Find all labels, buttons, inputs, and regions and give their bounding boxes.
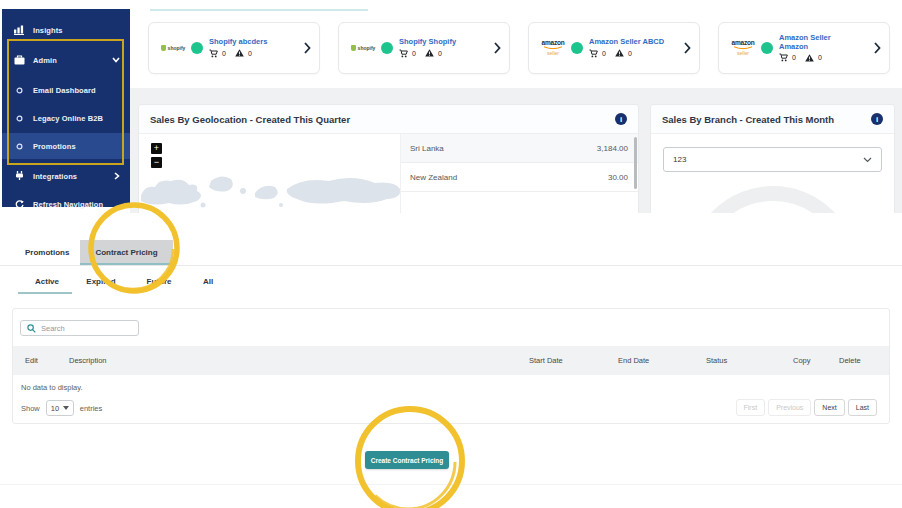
caret-down-icon xyxy=(63,406,69,410)
map-zoom-in-button[interactable]: + xyxy=(151,143,162,154)
column-delete: Delete xyxy=(839,346,861,375)
column-description: Description xyxy=(69,346,107,375)
top-accent-line xyxy=(150,9,368,11)
connector-card-amazon-amazon[interactable]: amazon seller Amazon Seller Amazon 0 0 xyxy=(718,22,890,74)
status-online-dot xyxy=(571,42,583,54)
subtab-active-underline xyxy=(18,292,72,294)
search-field[interactable] xyxy=(20,320,139,336)
amazon-seller-logo-icon: amazon seller xyxy=(727,40,759,57)
bullet-circle-icon xyxy=(13,143,25,150)
column-end-date: End Date xyxy=(618,346,649,375)
world-map xyxy=(139,161,401,213)
column-copy: Copy xyxy=(793,346,811,375)
status-online-dot xyxy=(381,42,393,54)
contract-pricing-table-card: Edit Description Start Date End Date Sta… xyxy=(12,308,890,424)
briefcase-icon xyxy=(13,55,25,65)
cart-icon xyxy=(779,53,788,62)
shopify-logo-icon: shopify xyxy=(157,45,189,51)
connector-card-shopify-abcders[interactable]: shopify Shopify abcders 0 0 xyxy=(148,22,320,74)
sidebar-item-insights[interactable]: Insights xyxy=(2,17,130,43)
sidebar-item-integrations[interactable]: Integrations xyxy=(2,163,130,189)
sidebar-item-refresh-navigation[interactable]: Refresh Navigation xyxy=(2,191,130,217)
tab-divider xyxy=(0,265,902,266)
subtab-active[interactable]: Active xyxy=(35,270,59,292)
entries-label: entries xyxy=(80,404,103,413)
bar-chart-icon xyxy=(13,25,25,35)
connector-card-shopify-shopify[interactable]: shopify Shopify Shopify 0 0 xyxy=(338,22,510,74)
connector-card-amazon-abcd[interactable]: amazon seller Amazon Seller ABCD 0 0 xyxy=(528,22,700,74)
chevron-right-icon xyxy=(874,42,881,54)
warning-triangle-icon xyxy=(235,49,244,57)
subtab-future[interactable]: Future xyxy=(147,270,172,292)
sidebar-item-admin[interactable]: Admin xyxy=(2,47,130,73)
chevron-right-icon xyxy=(684,42,691,54)
info-icon[interactable]: i xyxy=(615,113,627,125)
plug-icon xyxy=(13,171,25,181)
column-start-date: Start Date xyxy=(529,346,563,375)
geo-row: Sri Lanka 3,184.00 xyxy=(401,134,638,163)
search-input[interactable] xyxy=(41,324,126,333)
pagination-next-button[interactable]: Next xyxy=(814,399,844,416)
geo-country-list: Sri Lanka 3,184.00 New Zealand 30.00 xyxy=(400,134,638,213)
sidebar-item-legacy-online-b2b[interactable]: Legacy Online B2B xyxy=(2,105,130,131)
sidebar-item-promotions[interactable]: Promotions xyxy=(2,133,130,159)
shopify-logo-icon: shopify xyxy=(347,45,379,51)
chevron-right-icon xyxy=(114,172,120,180)
list-scrollbar[interactable] xyxy=(634,137,637,189)
branch-panel-title: Sales By Branch - Created This Month xyxy=(662,114,834,125)
empty-table-message: No data to display. xyxy=(21,383,83,392)
subtab-expired[interactable]: Expired xyxy=(86,270,115,292)
table-header-row: Edit Description Start Date End Date Sta… xyxy=(13,346,889,375)
show-label: Show xyxy=(21,404,40,413)
page-bottom-divider xyxy=(0,484,902,485)
refresh-icon xyxy=(13,200,25,209)
sidebar: Insights Admin Email Dashboard Legacy On… xyxy=(2,9,130,207)
bullet-circle-icon xyxy=(13,115,25,122)
tab-promotions[interactable]: Promotions xyxy=(25,240,69,264)
sales-by-branch-panel: Sales By Branch - Created This Month i 1… xyxy=(650,104,895,213)
geo-panel-title: Sales By Geolocation - Created This Quar… xyxy=(150,114,350,125)
sidebar-item-email-dashboard[interactable]: Email Dashboard xyxy=(2,77,130,103)
page-size-select[interactable]: 10 xyxy=(46,400,74,416)
pagination: First Previous Next Last xyxy=(736,399,877,416)
pagination-previous-button[interactable]: Previous xyxy=(768,399,811,416)
geo-row: New Zealand 30.00 xyxy=(401,163,638,192)
pagination-last-button[interactable]: Last xyxy=(848,399,877,416)
column-edit: Edit xyxy=(25,346,38,375)
cart-icon xyxy=(209,49,218,58)
branch-chart-placeholder xyxy=(688,186,858,213)
tab-contract-pricing[interactable]: Contract Pricing xyxy=(80,240,173,265)
screen: Insights Admin Email Dashboard Legacy On… xyxy=(0,0,902,508)
subtab-all[interactable]: All xyxy=(203,270,213,292)
bullet-circle-icon xyxy=(13,87,25,94)
chevron-down-icon xyxy=(112,57,120,63)
branch-select[interactable]: 123 xyxy=(663,147,882,172)
status-online-dot xyxy=(191,42,203,54)
sales-by-geolocation-panel: Sales By Geolocation - Created This Quar… xyxy=(138,104,639,213)
cart-icon xyxy=(399,49,408,58)
warning-triangle-icon xyxy=(425,49,434,57)
status-online-dot xyxy=(761,42,773,54)
chevron-down-icon xyxy=(863,157,872,163)
create-contract-pricing-button[interactable]: Create Contract Pricing xyxy=(365,451,449,469)
chevron-right-icon xyxy=(304,42,311,54)
pagination-first-button[interactable]: First xyxy=(736,399,766,416)
info-icon[interactable]: i xyxy=(871,113,883,125)
warning-triangle-icon xyxy=(615,49,624,57)
amazon-seller-logo-icon: amazon seller xyxy=(537,40,569,57)
column-status: Status xyxy=(706,346,727,375)
search-icon xyxy=(27,324,36,333)
cart-icon xyxy=(589,49,598,58)
warning-triangle-icon xyxy=(805,54,814,62)
chevron-right-icon xyxy=(494,42,501,54)
